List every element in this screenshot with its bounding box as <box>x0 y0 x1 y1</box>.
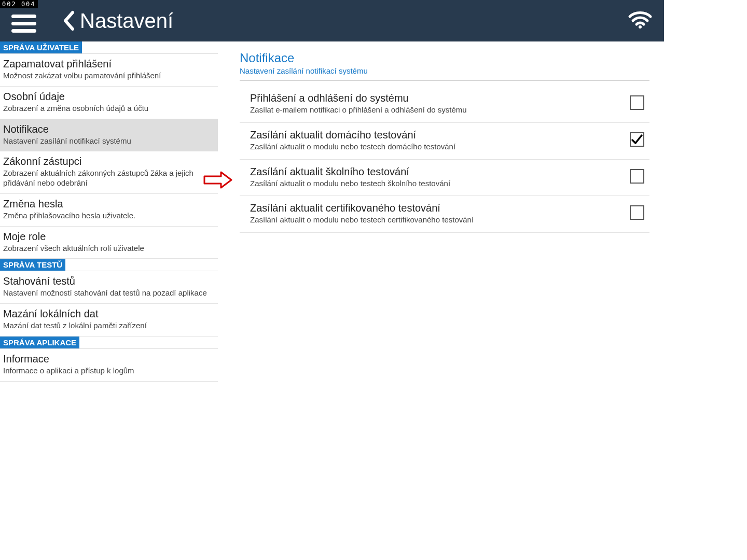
option-checkbox[interactable] <box>630 205 644 220</box>
option-sub: Zasílat e-mailem notifikaci o přihlášení… <box>250 105 614 115</box>
sidebar-item-sub: Nastavení zasílání notifikací systému <box>3 136 215 146</box>
option-sub: Zasílání aktualit o modulu nebo testech … <box>250 215 614 225</box>
sidebar-item-sub: Změna přihlašovacího hesla uživatele. <box>3 211 215 221</box>
settings-sidebar: SPRÁVA UŽIVATELEZapamatovat přihlášeníMo… <box>0 41 218 498</box>
sidebar-section-header: SPRÁVA APLIKACE <box>0 337 79 348</box>
menu-icon[interactable] <box>11 15 36 33</box>
option-sub: Zasílání aktualit o modulu nebo testech … <box>250 142 614 152</box>
sidebar-item-sub: Možnost zakázat volbu pamatování přihláš… <box>3 71 215 81</box>
option-checkbox[interactable] <box>630 169 644 184</box>
sidebar-item-title: Zákonní zástupci <box>3 156 215 167</box>
sidebar-item-sub: Zobrazení aktuálních zákonných zástupců … <box>3 169 215 188</box>
sidebar-item-title: Notifikace <box>3 123 215 135</box>
detail-header: Notifikace Nastavení zasílání notifikací… <box>240 51 649 81</box>
sidebar-item-sub: Zobrazení všech aktuálních rolí uživatel… <box>3 244 215 254</box>
sidebar-item-sub: Mazání dat testů z lokální paměti zaříze… <box>3 321 215 331</box>
sidebar-item-title: Moje role <box>3 231 215 243</box>
sidebar-item[interactable]: Stahování testůNastavení možností stahov… <box>0 271 218 304</box>
sidebar-section-header: SPRÁVA TESTŮ <box>0 259 65 271</box>
detail-title: Notifikace <box>240 51 649 65</box>
app-header: 002 004 Nastavení <box>0 0 664 41</box>
wifi-icon <box>628 9 653 32</box>
option-row: Přihlášení a odhlášení do systémuZasílat… <box>240 86 649 123</box>
sidebar-section-header: SPRÁVA UŽIVATELE <box>0 41 82 53</box>
options-list: Přihlášení a odhlášení do systémuZasílat… <box>240 86 649 233</box>
sidebar-item-sub: Nastavení možností stahování dat testů n… <box>3 288 215 298</box>
sidebar-item[interactable]: Zapamatovat přihlášeníMožnost zakázat vo… <box>0 54 218 87</box>
status-time: 002 004 <box>0 0 38 8</box>
option-row: Zasílání aktualit školního testováníZasí… <box>240 160 649 197</box>
page-title: Nastavení <box>80 9 173 33</box>
option-row: Zasílání aktualit domácího testováníZasí… <box>240 123 649 160</box>
option-sub: Zasílání aktualit o modulu nebo testech … <box>250 179 614 189</box>
sidebar-item[interactable]: InformaceInformace o aplikaci a přístup … <box>0 349 218 382</box>
sidebar-item[interactable]: Změna heslaZměna přihlašovacího hesla už… <box>0 194 218 227</box>
detail-subtitle: Nastavení zasílání notifikací systému <box>240 66 649 75</box>
sidebar-item[interactable]: NotifikaceNastavení zasílání notifikací … <box>0 119 218 152</box>
sidebar-item[interactable]: Mazání lokálních datMazání dat testů z l… <box>0 304 218 337</box>
sidebar-item-title: Stahování testů <box>3 275 215 287</box>
option-title: Zasílání aktualit certifikovaného testov… <box>250 202 614 214</box>
sidebar-item[interactable]: Zákonní zástupciZobrazení aktuálních zák… <box>0 151 218 194</box>
option-title: Zasílání aktualit školního testování <box>250 166 614 178</box>
option-title: Zasílání aktualit domácího testování <box>250 129 614 141</box>
sidebar-item-sub: Zobrazení a změna osobních údajů a účtu <box>3 104 215 114</box>
sidebar-item[interactable]: Moje roleZobrazení všech aktuálních rolí… <box>0 227 218 259</box>
sidebar-item-title: Osobní údaje <box>3 91 215 103</box>
sidebar-item-title: Informace <box>3 353 215 365</box>
sidebar-item-title: Zapamatovat přihlášení <box>3 58 215 70</box>
sidebar-item[interactable]: Osobní údajeZobrazení a změna osobních ú… <box>0 87 218 119</box>
option-row: Zasílání aktualit certifikovaného testov… <box>240 196 649 233</box>
option-title: Přihlášení a odhlášení do systému <box>250 92 614 104</box>
sidebar-item-sub: Informace o aplikaci a přístup k logům <box>3 366 215 376</box>
back-button[interactable]: Nastavení <box>62 9 173 33</box>
settings-detail: Notifikace Nastavení zasílání notifikací… <box>218 41 664 498</box>
sidebar-item-title: Změna hesla <box>3 198 215 210</box>
chevron-left-icon <box>62 10 76 31</box>
svg-point-0 <box>639 25 642 29</box>
sidebar-item-title: Mazání lokálních dat <box>3 308 215 320</box>
option-checkbox[interactable] <box>630 95 644 110</box>
option-checkbox[interactable] <box>630 132 644 147</box>
